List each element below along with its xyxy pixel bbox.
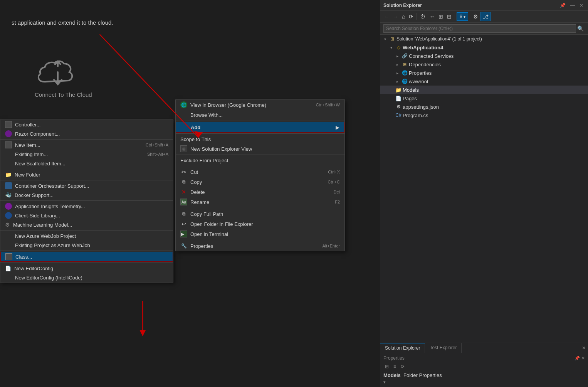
solution-expand-icon: ▾ (382, 36, 388, 42)
tree-item-program[interactable]: C# Program.cs (380, 111, 588, 119)
menu-item-existing-item[interactable]: Existing Item... Shift+Alt+A (0, 150, 173, 159)
container-icon (5, 182, 12, 189)
menu-item-add[interactable]: Add ▶ (176, 122, 344, 133)
prop-btn-2[interactable]: ≡ (392, 363, 398, 370)
menu-item-open-terminal[interactable]: ▶_ Open in Terminal (176, 229, 344, 239)
toggle-btn2[interactable]: ⊟ (445, 12, 453, 21)
menu-item-copy[interactable]: ⧉ Copy Ctrl+C (176, 177, 344, 187)
tree-item-properties[interactable]: ▸ 🌐 Properties (380, 69, 588, 77)
menu-item-editorconfig[interactable]: 📄 New EditorConfig (0, 264, 173, 273)
minimize-button[interactable]: — (569, 2, 576, 9)
controller-icon (5, 121, 12, 128)
menu-item-exclude[interactable]: Exclude From Project (176, 156, 344, 165)
properties-dropdown[interactable]: ▾ (383, 380, 585, 385)
properties-value: Models Models Folder Properties Folder P… (383, 372, 585, 378)
project-icon: ◇ (395, 44, 402, 51)
menu-item-browse-with[interactable]: Browse With... (176, 110, 344, 120)
menu-item-existing-webjob[interactable]: Existing Project as Azure WebJob (0, 241, 173, 250)
copy-path-icon: ⧉ (180, 210, 187, 217)
properties-pin-btn[interactable]: 📌 (575, 356, 580, 361)
wwwroot-expand-icon: ▸ (394, 78, 400, 84)
copy-icon: ⧉ (180, 178, 187, 185)
tree-item-solution[interactable]: ▾ ⊞ Solution 'WebApplication4' (1 of 1 p… (380, 35, 588, 43)
tree-item-connected-services[interactable]: ▸ 🔗 Connected Services (380, 52, 588, 60)
existing-webjob-icon (5, 242, 12, 249)
close-bottom-btn[interactable]: ✕ (582, 345, 586, 351)
rename-icon: Aa (180, 199, 187, 205)
tree-item-appsettings[interactable]: ⚙ appsettings.json (380, 103, 588, 111)
models-expand-icon (388, 87, 394, 93)
menu-item-client-side[interactable]: Client-Side Library... (0, 211, 173, 220)
menu-item-controller[interactable]: Controller... (0, 120, 173, 129)
dependencies-icon: ⊞ (401, 61, 408, 68)
existing-item-icon (5, 151, 12, 158)
menu-item-new-scaffolded[interactable]: New Scaffolded Item... (0, 159, 173, 168)
menu-item-view-browser[interactable]: 🌐 View in Browser (Google Chrome) Ctrl+S… (176, 100, 344, 110)
project-label: WebApplication4 (403, 45, 443, 50)
menu-item-razor[interactable]: Razor Component... (0, 129, 173, 138)
filter-btn[interactable]: ⊽ ▾ (457, 12, 468, 21)
pin-button[interactable]: 📌 (558, 2, 567, 9)
search-input[interactable] (383, 24, 576, 33)
folder-icon: 📁 (5, 172, 12, 178)
menu-item-new-sol-view[interactable]: ⊞ New Solution Explorer View (176, 144, 344, 154)
branch-btn[interactable]: ⎇ (480, 12, 491, 21)
submenu-arrow-icon: ▶ (336, 125, 339, 130)
program-icon: C# (395, 112, 402, 119)
home-toolbar-btn[interactable]: ⌂ (400, 12, 407, 21)
menu-item-properties[interactable]: 🔧 Properties Alt+Enter (176, 241, 344, 251)
cloud-icon (35, 57, 81, 91)
forward-toolbar-btn[interactable]: → (391, 13, 400, 21)
menu-item-azure-webjob[interactable]: New Azure WebJob Project (0, 231, 173, 241)
browser-icon: 🌐 (180, 101, 187, 108)
menu-item-ml[interactable]: ⚙ Machine Learning Model... (0, 220, 173, 229)
menu-item-cut[interactable]: ✂ Cut Ctrl+X (176, 167, 344, 177)
properties-label: Properties (409, 70, 432, 76)
menu-item-copy-path[interactable]: ⧉ Copy Full Path (176, 209, 344, 219)
settings-btn[interactable]: ⚙ (472, 12, 480, 21)
tree-item-pages[interactable]: 📄 Pages (380, 94, 588, 103)
program-label: Program.cs (403, 113, 428, 118)
menu-item-rename[interactable]: Aa Rename F2 (176, 197, 344, 207)
properties-section: Properties 📌 ✕ ⊞ ≡ ⟳ Models Models Folde (380, 353, 588, 387)
menu-item-scope[interactable]: Scope to This (176, 135, 344, 144)
tree-item-project[interactable]: ▾ ◇ WebApplication4 (380, 43, 588, 52)
menu-item-new-folder[interactable]: 📁 New Folder (0, 170, 173, 179)
tree-item-dependencies[interactable]: ▸ ⊞ Dependencies (380, 60, 588, 69)
menu-item-editorconfig-intellicode[interactable]: New EditorConfig (IntelliCode) (0, 273, 173, 282)
back-toolbar-btn[interactable]: ← (383, 13, 391, 21)
bottom-section: Solution Explorer Test Explorer ✕ Proper… (380, 343, 588, 387)
menu-item-container[interactable]: Container Orchestrator Support... (0, 181, 173, 190)
pages-label: Pages (403, 96, 417, 101)
models-label: Models (403, 87, 419, 93)
tree-item-models[interactable]: 📁 Models (380, 86, 588, 94)
menu-item-delete[interactable]: ✕ Delete Del (176, 187, 344, 197)
docker-icon: 🐳 (5, 192, 12, 198)
new-item-icon (5, 141, 12, 148)
insights-icon (5, 203, 12, 210)
add-icon (181, 124, 188, 131)
menu-item-open-folder[interactable]: ↩ Open Folder in File Explorer (176, 219, 344, 229)
menu-item-class[interactable]: Class... (0, 252, 173, 262)
menu-item-app-insights[interactable]: Application Insights Telemetry... (0, 202, 173, 211)
pages-expand-icon (388, 95, 394, 101)
prop-btn-3[interactable]: ⟳ (399, 363, 406, 370)
properties-close-btn[interactable]: ✕ (581, 356, 585, 361)
solution-explorer-toolbar: ← → ⌂ ⟳ ⏱ ↔ ⊞ ⊟ ⊽ ▾ ⚙ ⎇ (380, 11, 588, 23)
editor-text: st application and extend it to the clou… (12, 19, 368, 26)
toggle-btn1[interactable]: ⊞ (437, 12, 445, 21)
prop-btn-1[interactable]: ⊞ (383, 363, 390, 370)
menu-item-docker[interactable]: 🐳 Docker Support... (0, 190, 173, 200)
azure-webjob-icon (5, 232, 12, 239)
close-button[interactable]: ✕ (578, 2, 585, 9)
menu-item-new-item[interactable]: New Item... Ctrl+Shift+A (0, 140, 173, 150)
appsettings-icon: ⚙ (395, 103, 402, 110)
search-go-btn[interactable]: 🔍 (576, 24, 585, 33)
tab-solution-explorer[interactable]: Solution Explorer (380, 343, 425, 353)
tab-test-explorer[interactable]: Test Explorer (425, 343, 462, 353)
sync-toolbar-btn[interactable]: ⟳ (407, 12, 415, 21)
tree-item-wwwroot[interactable]: ▸ 🌐 wwwroot (380, 77, 588, 86)
pending-changes-btn[interactable]: ⏱ (418, 12, 427, 21)
solution-icon: ⊞ (389, 35, 396, 42)
switch-views-btn[interactable]: ↔ (428, 12, 436, 21)
